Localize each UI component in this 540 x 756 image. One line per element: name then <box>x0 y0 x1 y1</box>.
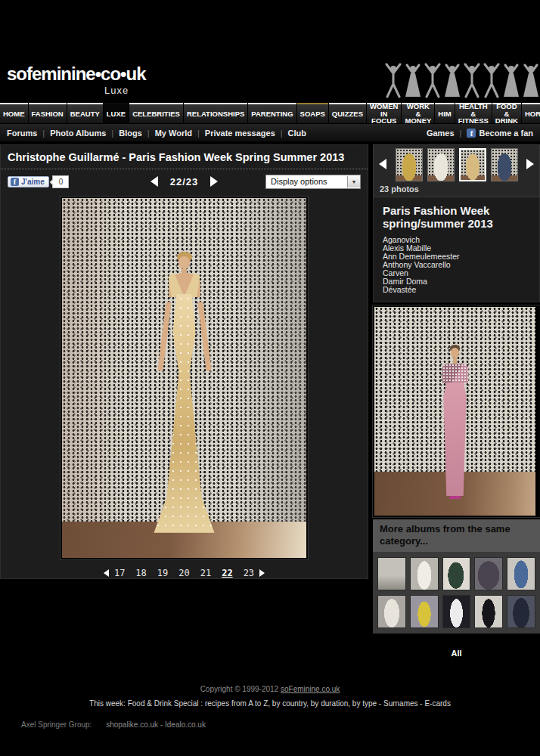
page-link-20[interactable]: 20 <box>178 568 189 578</box>
group-label: Axel Springer Group: <box>21 720 92 729</box>
all-albums-link[interactable]: All <box>451 649 461 658</box>
album-thumbnail-1[interactable] <box>377 557 406 590</box>
carousel-next-button[interactable] <box>526 159 534 169</box>
become-fan-link[interactable]: Become a fan <box>479 129 533 138</box>
subnav-blogs[interactable]: Blogs <box>119 129 142 138</box>
like-label: J'aime <box>21 178 45 186</box>
album-thumbnail-9[interactable] <box>474 595 503 628</box>
album-thumbnail-3[interactable] <box>442 557 471 590</box>
facebook-icon: f <box>11 178 19 186</box>
album-title: Paris Fashion Weekspring/summer 2013 <box>383 204 530 230</box>
page-link-18[interactable]: 18 <box>135 568 146 578</box>
album-thumbnail-4[interactable] <box>474 557 503 590</box>
nav-item-women-in-focus[interactable]: WOMEN IN FOCUS <box>367 103 401 123</box>
subnav-club[interactable]: Club <box>288 129 306 138</box>
separator: | <box>111 129 113 138</box>
designer-link-d-vast-e[interactable]: Dévastée <box>383 286 530 294</box>
page-link-17[interactable]: 17 <box>114 568 125 578</box>
carousel-thumbnail-look-gold-short[interactable] <box>396 148 423 181</box>
model-pink-gown <box>434 345 476 499</box>
display-options-label: Display options <box>271 177 327 186</box>
this-week-line: This week: Food & Drink Special : recipe… <box>0 699 540 708</box>
nav-item-soaps[interactable]: SOAPS <box>297 103 328 123</box>
thumbnail-carousel: 23 photos <box>373 144 540 197</box>
nav-item-home[interactable]: HOME <box>0 103 28 123</box>
model-gold-gown <box>147 252 222 533</box>
display-options-select[interactable]: Display options ▼ <box>265 175 361 189</box>
main-photo[interactable] <box>61 197 308 559</box>
more-albums-section: More albums from the same category... <box>373 519 540 634</box>
sidebar: 23 photos Paris Fashion Weekspring/summe… <box>373 144 540 659</box>
gallery-toolbar: f J'aime 0 22/23 Display options ▼ <box>1 169 368 192</box>
more-albums-heading: More albums from the same category... <box>373 519 540 552</box>
subnav-my-world[interactable]: My World <box>155 129 192 138</box>
site-logo[interactable]: sofeminine•co•uk <box>7 64 146 85</box>
album-thumbnail-2[interactable] <box>410 557 439 590</box>
main-navigation: HOMEFASHIONBEAUTYLUXECELEBRITIESRELATION… <box>0 103 540 123</box>
page: sofeminine•co•uk Luxe HOMEFASHIONBEAUTYL… <box>0 0 540 756</box>
nav-item-horoscopes[interactable]: HOROSCOPES <box>522 103 540 123</box>
nav-item-him[interactable]: HIM <box>435 103 454 123</box>
gallery-panel: Christophe Guillarmé - Paris Fashion Wee… <box>0 144 368 579</box>
next-photo-button[interactable] <box>210 176 218 187</box>
pagination-next-button[interactable] <box>259 569 265 577</box>
separator: | <box>42 129 45 138</box>
site-logo-luxe: Luxe <box>104 85 129 96</box>
top-spacer <box>0 0 540 60</box>
header: sofeminine•co•uk Luxe <box>0 60 540 103</box>
page-title: Christophe Guillarmé - Paris Fashion Wee… <box>1 145 368 169</box>
footer: Copyright © 1999-2012 soFeminine.co.uk T… <box>0 685 540 729</box>
shopalike-link[interactable]: shopalike.co.uk <box>106 720 158 729</box>
carousel-thumbnail-look-casual-blue[interactable] <box>491 148 518 181</box>
facebook-like-button[interactable]: f J'aime <box>8 176 49 187</box>
separator: | <box>147 129 150 138</box>
nav-item-work-money[interactable]: WORK & MONEY <box>402 103 434 123</box>
nav-item-luxe[interactable]: LUXE <box>104 103 129 123</box>
album-thumbnail-10[interactable] <box>507 595 535 628</box>
separator: - <box>158 720 165 729</box>
carousel-thumbnail-look-white-gown[interactable] <box>427 148 455 181</box>
nav-item-celebrities[interactable]: CELEBRITIES <box>129 103 183 123</box>
carousel-thumbnail-look-gold-gown[interactable] <box>459 148 486 181</box>
community-links: Forums|Photo Albums|Blogs|My World|Priva… <box>7 129 306 138</box>
photo-pagination: 17181920212223 <box>1 568 368 578</box>
sofeminine-link[interactable]: soFeminine.co.uk <box>281 685 340 693</box>
album-thumbnail-7[interactable] <box>410 595 439 628</box>
nav-item-beauty[interactable]: BEAUTY <box>67 103 103 123</box>
album-thumbnail-5[interactable] <box>507 557 535 590</box>
designer-list: AganovichAlexis MabilleAnn Demeulemeeste… <box>383 236 530 294</box>
separator: | <box>460 129 462 138</box>
idealo-link[interactable]: Idealo.co.uk <box>165 720 206 729</box>
nav-item-health-fitness[interactable]: HEALTH & FITNESS <box>455 103 492 123</box>
subnav-private-messages[interactable]: Private messages <box>205 129 275 138</box>
separator: | <box>197 129 200 138</box>
pagination-prev-button[interactable] <box>104 569 109 577</box>
page-link-19[interactable]: 19 <box>157 568 168 578</box>
album-thumbnail-8[interactable] <box>442 595 471 628</box>
facebook-icon: f <box>467 129 476 138</box>
photos-count: 23 photos <box>380 184 536 194</box>
separator: | <box>281 129 283 138</box>
copyright-text: Copyright © 1999-2012 <box>200 685 281 693</box>
like-count: 0 <box>52 175 70 188</box>
secondary-navigation: Forums|Photo Albums|Blogs|My World|Priva… <box>0 123 540 141</box>
carousel-prev-button[interactable] <box>379 159 386 169</box>
album-thumbnail-6[interactable] <box>377 595 406 628</box>
nav-item-fashion[interactable]: FASHION <box>29 103 67 123</box>
nav-item-relationships[interactable]: RELATIONSHIPS <box>184 103 247 123</box>
axel-springer-line: Axel Springer Group: shopalike.co.uk - I… <box>0 720 540 729</box>
previous-photo-button[interactable] <box>151 176 158 187</box>
page-link-22[interactable]: 22 <box>222 568 232 578</box>
copyright-line: Copyright © 1999-2012 soFeminine.co.uk <box>0 685 540 693</box>
subnav-forums[interactable]: Forums <box>7 129 37 138</box>
subnav-photo-albums[interactable]: Photo Albums <box>50 129 106 138</box>
album-info: Paris Fashion Weekspring/summer 2013 Aga… <box>373 197 540 302</box>
sidebar-photo[interactable] <box>373 305 540 517</box>
facebook-like-widget: f J'aime 0 <box>8 175 69 188</box>
page-link-23[interactable]: 23 <box>244 568 254 578</box>
nav-item-quizzes[interactable]: QUIZZES <box>329 103 366 123</box>
games-link[interactable]: Games <box>427 129 455 138</box>
nav-item-parenting[interactable]: PARENTING <box>248 103 296 123</box>
nav-item-food-drink[interactable]: FOOD & DRINK <box>492 103 521 123</box>
page-link-21[interactable]: 21 <box>200 568 211 578</box>
